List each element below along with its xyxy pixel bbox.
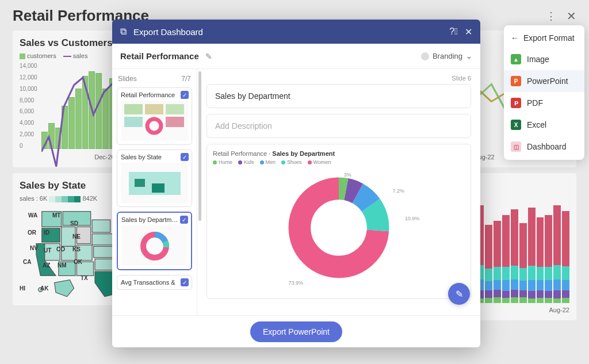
legend-sales: sales bbox=[73, 52, 88, 59]
svg-rect-26 bbox=[152, 183, 165, 193]
close-icon[interactable]: ✕ bbox=[465, 26, 472, 37]
svg-rect-10 bbox=[94, 246, 113, 257]
checkbox-checked-icon[interactable]: ✓ bbox=[180, 216, 188, 224]
legend-men: Men bbox=[266, 159, 276, 165]
map-legend-label: sales : bbox=[20, 195, 38, 202]
export-excel[interactable]: X Excel bbox=[504, 114, 584, 136]
menu-label: Excel bbox=[527, 120, 546, 129]
menu-label: Dashboard bbox=[527, 142, 567, 151]
image-icon: ▲ bbox=[511, 54, 521, 64]
export-dashboard[interactable]: ◫ Dashboard bbox=[504, 136, 584, 158]
popover-back[interactable]: ← Export Format bbox=[504, 28, 584, 48]
modal-title: Export Dashboard bbox=[133, 27, 442, 37]
slide-description-input[interactable]: Add Description bbox=[206, 114, 471, 138]
slides-panel: Slides 7/7 Retail Performance ✓ bbox=[112, 69, 197, 315]
arrow-left-icon: ← bbox=[511, 33, 519, 43]
map-legend-min: 6K bbox=[40, 195, 47, 202]
legend-customers: customers bbox=[27, 52, 56, 59]
slide-thumb[interactable]: Sales by State ✓ bbox=[117, 150, 192, 207]
popover-title: Export Format bbox=[523, 33, 575, 43]
slides-count: 7/7 bbox=[181, 75, 191, 83]
svg-rect-23 bbox=[166, 117, 184, 127]
svg-rect-21 bbox=[124, 117, 143, 127]
legend-kids: Kids bbox=[244, 159, 254, 165]
branding-label: Branding bbox=[433, 52, 462, 60]
svg-point-22 bbox=[147, 119, 161, 133]
menu-label: PDF bbox=[527, 98, 543, 108]
export-pdf[interactable]: 𝗣 PDF bbox=[504, 92, 584, 114]
excel-icon: X bbox=[511, 120, 521, 130]
chart-context: Retail Performance · bbox=[213, 150, 270, 157]
branding-dropdown[interactable]: Branding ⌄ bbox=[421, 52, 472, 60]
export-powerpoint[interactable]: P PowerPoint bbox=[504, 70, 584, 92]
menu-label: PowerPoint bbox=[527, 76, 568, 86]
slide-thumb-title: Sales by Departm… bbox=[121, 216, 179, 223]
edit-name-icon[interactable]: ✎ bbox=[205, 51, 213, 62]
menu-label: Image bbox=[527, 55, 549, 64]
slides-header: Slides bbox=[118, 75, 137, 83]
slide-thumb-title: Retail Performance bbox=[121, 91, 178, 98]
dashboard-name: Retail Performance bbox=[120, 51, 199, 61]
svg-rect-4 bbox=[92, 220, 110, 232]
edit-chart-fab[interactable]: ✎ bbox=[448, 283, 470, 305]
svg-rect-19 bbox=[145, 104, 163, 114]
slice-label-men: 7.2% bbox=[392, 188, 404, 194]
legend-home: Home bbox=[219, 159, 232, 165]
slice-label-women: 73.9% bbox=[288, 280, 303, 286]
checkbox-checked-icon[interactable]: ✓ bbox=[181, 278, 189, 286]
slide-thumb[interactable]: Retail Performance ✓ bbox=[117, 87, 192, 145]
chart-preview: Retail Performance · Sales by Department… bbox=[206, 144, 471, 299]
svg-rect-14 bbox=[95, 259, 114, 270]
export-image[interactable]: ▲ Image bbox=[504, 48, 584, 70]
legend-shoes: Shoes bbox=[287, 159, 302, 165]
svg-rect-18 bbox=[124, 104, 143, 114]
popout-icon[interactable]: ⧉ bbox=[120, 26, 127, 37]
svg-rect-20 bbox=[166, 104, 184, 114]
checkbox-checked-icon[interactable]: ✓ bbox=[181, 153, 189, 161]
svg-rect-6 bbox=[92, 233, 113, 244]
export-powerpoint-button[interactable]: Export PowerPoint bbox=[250, 321, 342, 342]
more-icon[interactable]: ⋮ bbox=[546, 10, 556, 22]
slide-editor: Slide 6 Sales by Department Add Descript… bbox=[197, 69, 480, 315]
slice-label-shoes: 10.9% bbox=[405, 216, 420, 221]
dashboard-icon: ◫ bbox=[511, 141, 521, 152]
pencil-icon: ✎ bbox=[456, 289, 463, 300]
modal-header: ⧉ Export Dashboard ?⃝ ✕ bbox=[112, 20, 480, 44]
svg-rect-25 bbox=[135, 179, 145, 187]
chevron-down-icon: ⌄ bbox=[466, 52, 472, 60]
map-legend-max: 842K bbox=[82, 195, 97, 202]
slice-label-home: 3% bbox=[344, 172, 351, 178]
svg-marker-16 bbox=[55, 279, 74, 296]
modal-subheader: Retail Performance ✎ Branding ⌄ bbox=[112, 44, 480, 69]
brand-color-swatch bbox=[421, 52, 429, 60]
pdf-icon: 𝗣 bbox=[511, 98, 521, 108]
slide-number: Slide 6 bbox=[206, 75, 471, 82]
chart-name: Sales by Department bbox=[272, 150, 335, 157]
legend-women: Women bbox=[313, 159, 331, 165]
help-icon[interactable]: ?⃝ bbox=[449, 26, 458, 37]
donut-chart bbox=[287, 176, 391, 279]
slide-thumb[interactable]: Sales by Departm… ✓ bbox=[117, 212, 192, 270]
export-format-popover: ← Export Format ▲ Image P PowerPoint 𝗣 P… bbox=[504, 25, 584, 160]
slide-thumb[interactable]: Avg Transactions & ✓ bbox=[117, 275, 192, 290]
export-dashboard-modal: ⧉ Export Dashboard ?⃝ ✕ Retail Performan… bbox=[112, 20, 480, 347]
powerpoint-icon: P bbox=[511, 76, 521, 86]
slide-thumb-title: Avg Transactions & bbox=[121, 279, 178, 286]
checkbox-checked-icon[interactable]: ✓ bbox=[181, 91, 189, 99]
slide-thumb-title: Sales by State bbox=[121, 154, 178, 160]
slide-title-input[interactable]: Sales by Department bbox=[206, 84, 471, 108]
close-icon[interactable]: ✕ bbox=[567, 9, 576, 23]
